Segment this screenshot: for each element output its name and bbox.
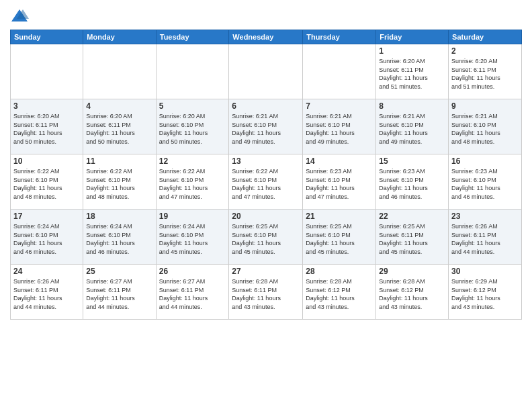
calendar-cell: 4Sunrise: 6:20 AM Sunset: 6:11 PM Daylig… (83, 99, 156, 154)
logo (10, 7, 32, 26)
calendar-cell: 26Sunrise: 6:27 AM Sunset: 6:11 PM Dayli… (156, 265, 229, 320)
calendar-cell (11, 44, 83, 99)
day-info: Sunrise: 6:24 AM Sunset: 6:10 PM Dayligh… (86, 222, 152, 256)
header (10, 7, 522, 26)
weekday-header-sunday: Sunday (11, 30, 83, 44)
day-number: 19 (159, 212, 226, 221)
calendar-cell: 22Sunrise: 6:25 AM Sunset: 6:11 PM Dayli… (376, 210, 449, 265)
weekday-header-wednesday: Wednesday (229, 30, 303, 44)
day-info: Sunrise: 6:20 AM Sunset: 6:10 PM Dayligh… (159, 112, 226, 146)
day-info: Sunrise: 6:29 AM Sunset: 6:12 PM Dayligh… (451, 277, 519, 311)
day-info: Sunrise: 6:23 AM Sunset: 6:10 PM Dayligh… (379, 167, 445, 201)
calendar-cell: 11Sunrise: 6:22 AM Sunset: 6:10 PM Dayli… (83, 154, 156, 210)
day-number: 5 (159, 101, 226, 111)
calendar-cell: 15Sunrise: 6:23 AM Sunset: 6:10 PM Dayli… (376, 154, 449, 210)
weekday-header-row: SundayMondayTuesdayWednesdayThursdayFrid… (11, 30, 522, 44)
day-number: 17 (13, 212, 80, 221)
calendar-cell: 2Sunrise: 6:20 AM Sunset: 6:11 PM Daylig… (449, 44, 522, 99)
calendar-cell (83, 44, 156, 99)
day-info: Sunrise: 6:20 AM Sunset: 6:11 PM Dayligh… (451, 57, 519, 91)
day-info: Sunrise: 6:26 AM Sunset: 6:11 PM Dayligh… (13, 277, 80, 311)
day-number: 4 (86, 101, 152, 111)
day-number: 13 (232, 156, 300, 166)
day-number: 7 (306, 101, 373, 111)
day-number: 3 (13, 101, 80, 111)
calendar-cell: 21Sunrise: 6:25 AM Sunset: 6:10 PM Dayli… (303, 210, 376, 265)
calendar-cell: 16Sunrise: 6:23 AM Sunset: 6:10 PM Dayli… (449, 154, 522, 210)
day-info: Sunrise: 6:21 AM Sunset: 6:10 PM Dayligh… (379, 112, 445, 146)
calendar-cell: 12Sunrise: 6:22 AM Sunset: 6:10 PM Dayli… (156, 154, 229, 210)
page: SundayMondayTuesdayWednesdayThursdayFrid… (0, 0, 532, 411)
day-info: Sunrise: 6:28 AM Sunset: 6:12 PM Dayligh… (306, 277, 373, 311)
day-number: 8 (379, 101, 445, 111)
day-number: 30 (451, 267, 519, 276)
calendar-cell: 17Sunrise: 6:24 AM Sunset: 6:10 PM Dayli… (11, 210, 83, 265)
day-info: Sunrise: 6:21 AM Sunset: 6:10 PM Dayligh… (232, 112, 300, 146)
day-info: Sunrise: 6:25 AM Sunset: 6:10 PM Dayligh… (306, 222, 373, 256)
week-row-5: 24Sunrise: 6:26 AM Sunset: 6:11 PM Dayli… (11, 265, 522, 320)
calendar-cell (156, 44, 229, 99)
day-number: 24 (13, 267, 80, 276)
calendar-cell: 6Sunrise: 6:21 AM Sunset: 6:10 PM Daylig… (229, 99, 303, 154)
day-info: Sunrise: 6:28 AM Sunset: 6:11 PM Dayligh… (232, 277, 300, 311)
day-number: 15 (379, 156, 445, 166)
day-info: Sunrise: 6:20 AM Sunset: 6:11 PM Dayligh… (13, 112, 80, 146)
day-number: 26 (159, 267, 226, 276)
weekday-header-tuesday: Tuesday (156, 30, 229, 44)
calendar-cell: 23Sunrise: 6:26 AM Sunset: 6:11 PM Dayli… (449, 210, 522, 265)
calendar-cell: 24Sunrise: 6:26 AM Sunset: 6:11 PM Dayli… (11, 265, 83, 320)
day-info: Sunrise: 6:22 AM Sunset: 6:10 PM Dayligh… (159, 167, 226, 201)
calendar-cell: 8Sunrise: 6:21 AM Sunset: 6:10 PM Daylig… (376, 99, 449, 154)
day-info: Sunrise: 6:23 AM Sunset: 6:10 PM Dayligh… (451, 167, 519, 201)
day-number: 11 (86, 156, 152, 166)
day-number: 21 (306, 212, 373, 221)
week-row-1: 1Sunrise: 6:20 AM Sunset: 6:11 PM Daylig… (11, 44, 522, 99)
day-info: Sunrise: 6:25 AM Sunset: 6:10 PM Dayligh… (232, 222, 300, 256)
weekday-header-friday: Friday (376, 30, 449, 44)
day-info: Sunrise: 6:21 AM Sunset: 6:10 PM Dayligh… (451, 112, 519, 146)
calendar-cell: 14Sunrise: 6:23 AM Sunset: 6:10 PM Dayli… (303, 154, 376, 210)
logo-icon (10, 7, 29, 26)
day-info: Sunrise: 6:25 AM Sunset: 6:11 PM Dayligh… (379, 222, 445, 256)
day-number: 27 (232, 267, 300, 276)
day-number: 20 (232, 212, 300, 221)
day-info: Sunrise: 6:21 AM Sunset: 6:10 PM Dayligh… (306, 112, 373, 146)
day-info: Sunrise: 6:22 AM Sunset: 6:10 PM Dayligh… (86, 167, 152, 201)
calendar-cell (303, 44, 376, 99)
weekday-header-thursday: Thursday (303, 30, 376, 44)
day-info: Sunrise: 6:20 AM Sunset: 6:11 PM Dayligh… (86, 112, 152, 146)
day-number: 12 (159, 156, 226, 166)
day-number: 9 (451, 101, 519, 111)
day-number: 14 (306, 156, 373, 166)
day-info: Sunrise: 6:20 AM Sunset: 6:11 PM Dayligh… (379, 57, 445, 91)
day-number: 2 (451, 46, 519, 56)
weekday-header-monday: Monday (83, 30, 156, 44)
calendar-cell (229, 44, 303, 99)
calendar-cell: 5Sunrise: 6:20 AM Sunset: 6:10 PM Daylig… (156, 99, 229, 154)
day-number: 28 (306, 267, 373, 276)
calendar-cell: 13Sunrise: 6:22 AM Sunset: 6:10 PM Dayli… (229, 154, 303, 210)
calendar-cell: 7Sunrise: 6:21 AM Sunset: 6:10 PM Daylig… (303, 99, 376, 154)
calendar-cell: 1Sunrise: 6:20 AM Sunset: 6:11 PM Daylig… (376, 44, 449, 99)
day-number: 6 (232, 101, 300, 111)
day-info: Sunrise: 6:26 AM Sunset: 6:11 PM Dayligh… (451, 222, 519, 256)
day-info: Sunrise: 6:24 AM Sunset: 6:10 PM Dayligh… (159, 222, 226, 256)
day-number: 10 (13, 156, 80, 166)
calendar-cell: 3Sunrise: 6:20 AM Sunset: 6:11 PM Daylig… (11, 99, 83, 154)
calendar-cell: 18Sunrise: 6:24 AM Sunset: 6:10 PM Dayli… (83, 210, 156, 265)
day-number: 29 (379, 267, 445, 276)
weekday-header-saturday: Saturday (449, 30, 522, 44)
calendar-cell: 29Sunrise: 6:28 AM Sunset: 6:12 PM Dayli… (376, 265, 449, 320)
calendar-cell: 10Sunrise: 6:22 AM Sunset: 6:10 PM Dayli… (11, 154, 83, 210)
calendar-cell: 30Sunrise: 6:29 AM Sunset: 6:12 PM Dayli… (449, 265, 522, 320)
day-info: Sunrise: 6:22 AM Sunset: 6:10 PM Dayligh… (13, 167, 80, 201)
calendar-cell: 9Sunrise: 6:21 AM Sunset: 6:10 PM Daylig… (449, 99, 522, 154)
week-row-2: 3Sunrise: 6:20 AM Sunset: 6:11 PM Daylig… (11, 99, 522, 154)
calendar-cell: 27Sunrise: 6:28 AM Sunset: 6:11 PM Dayli… (229, 265, 303, 320)
week-row-3: 10Sunrise: 6:22 AM Sunset: 6:10 PM Dayli… (11, 154, 522, 210)
day-info: Sunrise: 6:23 AM Sunset: 6:10 PM Dayligh… (306, 167, 373, 201)
day-info: Sunrise: 6:24 AM Sunset: 6:10 PM Dayligh… (13, 222, 80, 256)
day-number: 16 (451, 156, 519, 166)
calendar-cell: 20Sunrise: 6:25 AM Sunset: 6:10 PM Dayli… (229, 210, 303, 265)
calendar-cell: 19Sunrise: 6:24 AM Sunset: 6:10 PM Dayli… (156, 210, 229, 265)
